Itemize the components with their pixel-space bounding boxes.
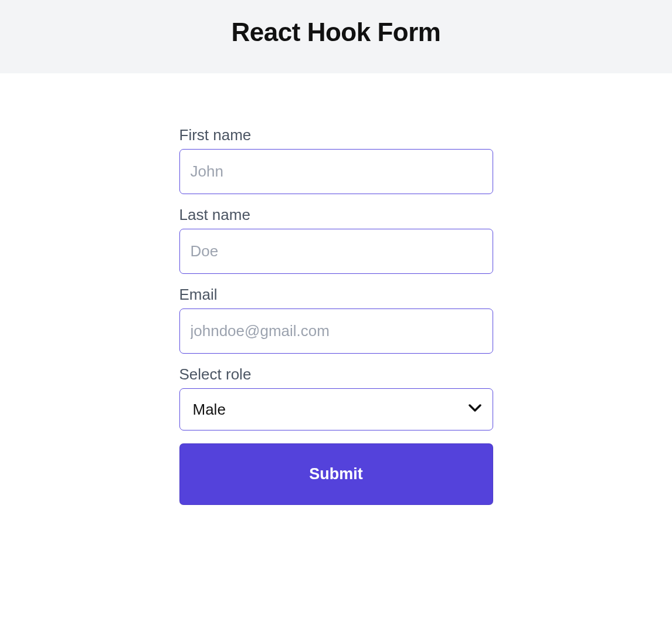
role-select-wrapper: Male [179,388,493,430]
email-field: Email [179,286,493,354]
last-name-field: Last name [179,206,493,274]
page-header: React Hook Form [0,0,672,73]
last-name-input[interactable] [179,229,493,274]
main-form: First name Last name Email Select role M… [168,126,505,505]
role-select[interactable]: Male [179,388,493,430]
first-name-field: First name [179,126,493,194]
role-label: Select role [179,365,493,384]
first-name-label: First name [179,126,493,144]
submit-button[interactable]: Submit [179,443,493,505]
last-name-label: Last name [179,206,493,224]
first-name-input[interactable] [179,149,493,194]
page-title: React Hook Form [0,18,672,47]
role-field: Select role Male [179,365,493,430]
email-input[interactable] [179,308,493,354]
email-label: Email [179,286,493,304]
